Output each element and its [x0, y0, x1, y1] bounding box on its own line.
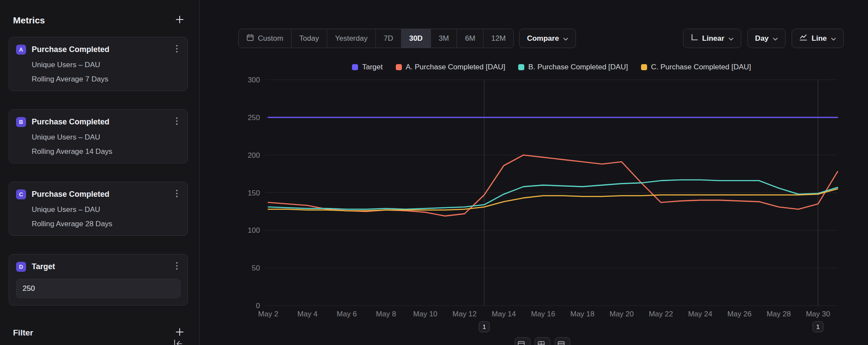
y-tick-label: 100 — [248, 226, 260, 234]
metric-rolling-average: Rolling Average 28 Days — [32, 220, 181, 228]
y-tick-label: 200 — [248, 151, 260, 159]
y-tick-label: 250 — [248, 114, 260, 122]
metric-title: Purchase Completed — [32, 45, 173, 54]
metrics-header: Metrics — [0, 0, 199, 37]
svg-text:1: 1 — [482, 323, 486, 330]
metric-card-b[interactable]: B Purchase Completed Unique Users – DAU … — [9, 109, 188, 163]
x-tick-label: May 24 — [688, 310, 712, 318]
series-line — [268, 189, 838, 211]
plus-icon — [175, 327, 184, 338]
target-value-input[interactable] — [16, 279, 181, 298]
annotation-marker[interactable]: 1 — [479, 322, 490, 332]
x-tick-label: May 6 — [337, 310, 357, 318]
x-tick-label: May 18 — [570, 310, 595, 318]
x-tick-label: May 20 — [609, 310, 634, 318]
collapse-sidebar-button[interactable] — [173, 339, 183, 345]
grid-icon — [558, 341, 565, 345]
y-tick-label: 0 — [256, 302, 260, 310]
svg-text:1: 1 — [816, 323, 820, 330]
metrics-sidebar: Metrics A Purchase Completed Unique User… — [0, 0, 200, 345]
x-tick-label: May 26 — [727, 310, 752, 318]
metric-card-header: A Purchase Completed — [16, 44, 181, 55]
x-tick-label: May 12 — [453, 310, 477, 318]
chart-view-toggle-button-1[interactable] — [515, 337, 530, 345]
y-tick-label: 300 — [248, 76, 260, 84]
x-tick-label: May 30 — [806, 310, 830, 318]
y-tick-label: 150 — [248, 189, 260, 197]
metric-card-header: B Purchase Completed — [16, 116, 181, 127]
metric-title: Purchase Completed — [32, 190, 173, 199]
add-metric-button[interactable] — [173, 13, 186, 27]
metric-card-list: A Purchase Completed Unique Users – DAU … — [0, 37, 199, 306]
y-tick-label: 50 — [252, 264, 260, 272]
analytics-app: Metrics A Purchase Completed Unique User… — [0, 0, 868, 345]
metric-options-button[interactable] — [173, 116, 181, 127]
target-card-header: D Target — [16, 261, 181, 272]
kebab-icon — [176, 192, 178, 199]
plus-icon — [175, 15, 184, 26]
x-tick-label: May 28 — [766, 310, 791, 318]
x-tick-label: May 10 — [413, 310, 437, 318]
metric-badge: D — [16, 262, 26, 272]
filter-section-title: Filter — [13, 328, 33, 338]
metric-rolling-average: Rolling Average 14 Days — [32, 147, 181, 156]
kebab-icon — [176, 265, 178, 271]
kebab-icon — [176, 120, 178, 127]
metric-badge: C — [16, 189, 26, 199]
filter-header: Filter — [0, 325, 199, 345]
x-tick-label: May 16 — [531, 310, 556, 318]
target-title: Target — [32, 262, 173, 271]
metric-options-button[interactable] — [173, 189, 181, 200]
table-icon — [538, 341, 545, 345]
line-chart-canvas: 050100150200250300May 2May 4May 6May 8Ma… — [200, 0, 868, 345]
bottom-chart-toolbar — [515, 337, 570, 345]
add-filter-button[interactable] — [173, 325, 186, 340]
x-tick-label: May 22 — [649, 310, 673, 318]
metric-measurement: Unique Users – DAU — [32, 205, 181, 214]
metric-badge: A — [16, 45, 26, 55]
x-tick-label: May 2 — [258, 310, 278, 318]
metric-card-header: C Purchase Completed — [16, 189, 181, 200]
chart-view-toggle-button-2[interactable] — [535, 337, 550, 345]
annotation-marker[interactable]: 1 — [813, 322, 823, 332]
x-tick-label: May 8 — [376, 310, 396, 318]
target-options-button[interactable] — [173, 261, 181, 272]
metric-card-a[interactable]: A Purchase Completed Unique Users – DAU … — [9, 37, 188, 91]
metric-rolling-average: Rolling Average 7 Days — [32, 75, 181, 84]
metric-measurement: Unique Users – DAU — [32, 133, 181, 142]
metric-measurement: Unique Users – DAU — [32, 61, 181, 69]
chart-panel: Custom Today Yesterday 7D 30D 3M 6M 12M … — [200, 0, 868, 345]
metric-title: Purchase Completed — [32, 117, 173, 127]
target-card[interactable]: D Target — [9, 254, 188, 306]
panel-icon — [518, 341, 525, 345]
metric-badge: B — [16, 117, 26, 127]
collapse-left-icon — [173, 343, 183, 345]
chart-view-toggle-button-3[interactable] — [555, 337, 570, 345]
kebab-icon — [176, 48, 178, 54]
metric-card-c[interactable]: C Purchase Completed Unique Users – DAU … — [9, 182, 188, 236]
x-tick-label: May 14 — [492, 310, 516, 318]
x-tick-label: May 4 — [297, 310, 317, 318]
metrics-section-title: Metrics — [13, 15, 45, 26]
metric-options-button[interactable] — [173, 44, 181, 55]
